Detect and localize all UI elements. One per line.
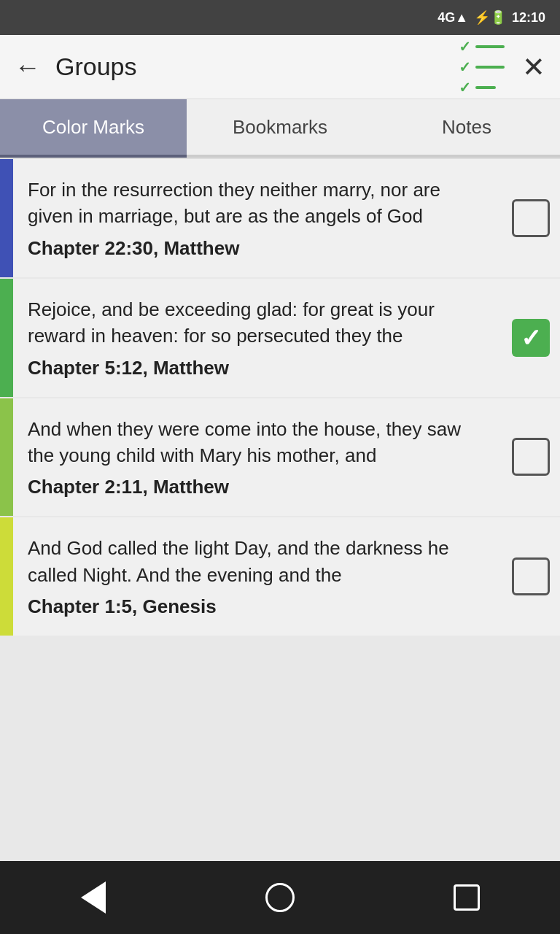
verse-ref-1: Chapter 22:30, Matthew [28,237,487,260]
verse-text-2: Rejoice, and be exceeding glad: for grea… [28,296,487,350]
check-icon-1: ✓ [459,38,471,55]
check-icon-3: ✓ [459,79,471,96]
verse-text-4: And God called the light Day, and the da… [28,535,487,588]
check-line-1 [475,45,505,48]
battery-icon: ⚡🔋 [474,9,506,26]
tab-bar: Color Marks Bookmarks Notes [0,99,560,159]
checkbox-empty-3[interactable] [512,438,550,476]
verse-item-1: For in the resurrection they neither mar… [0,159,560,277]
checkbox-checked-2[interactable]: ✓ [512,319,550,357]
verse-checkbox-4[interactable] [502,517,560,636]
tab-notes[interactable]: Notes [373,99,560,158]
nav-recents-button[interactable] [448,879,485,916]
tab-bookmarks[interactable]: Bookmarks [187,99,373,158]
verse-content-1: For in the resurrection they neither mar… [13,159,502,277]
bottom-nav [0,861,560,934]
accent-bar-2 [0,279,13,397]
verse-ref-3: Chapter 2:11, Matthew [28,476,487,498]
checklist-icon[interactable]: ✓ ✓ ✓ [459,38,505,96]
verse-checkbox-1[interactable] [502,159,560,277]
close-button[interactable]: ✕ [522,51,545,83]
check-line-2 [475,66,505,69]
verse-checkbox-2[interactable]: ✓ [502,279,560,397]
verse-checkbox-3[interactable] [502,398,560,517]
verse-text-3: And when they were come into the house, … [28,416,487,469]
status-bar: 4G▲ ⚡🔋 12:10 [0,0,560,35]
empty-space [0,637,560,861]
checkbox-empty-4[interactable] [512,557,550,595]
checkmark-icon-2: ✓ [521,325,541,350]
signal-icon: 4G▲ [438,10,468,26]
back-button[interactable]: ← [15,52,41,82]
top-bar: ← Groups ✓ ✓ ✓ ✕ [0,35,560,99]
nav-back-button[interactable] [75,879,112,916]
verse-ref-4: Chapter 1:5, Genesis [28,595,487,618]
recents-nav-icon [454,884,480,911]
verse-ref-2: Chapter 5:12, Matthew [28,357,487,379]
accent-bar-1 [0,159,13,277]
verse-item-2: Rejoice, and be exceeding glad: for grea… [0,279,560,397]
accent-bar-4 [0,517,13,636]
check-icon-2: ✓ [459,58,471,76]
back-nav-icon [81,881,106,914]
verse-content-4: And God called the light Day, and the da… [13,517,502,636]
accent-bar-3 [0,398,13,517]
content-area: For in the resurrection they neither mar… [0,159,560,861]
home-nav-icon [265,883,295,912]
page-title: Groups [55,53,459,81]
top-actions: ✓ ✓ ✓ ✕ [459,38,545,96]
verse-content-3: And when they were come into the house, … [13,398,502,517]
check-line-3 [475,86,496,89]
nav-home-button[interactable] [262,879,298,916]
status-icons: 4G▲ ⚡🔋 12:10 [438,9,545,26]
checkbox-empty-1[interactable] [512,199,550,237]
verse-item-3: And when they were come into the house, … [0,398,560,517]
verse-item-4: And God called the light Day, and the da… [0,517,560,636]
tab-color-marks[interactable]: Color Marks [0,99,187,158]
time-display: 12:10 [512,10,545,26]
verse-text-1: For in the resurrection they neither mar… [28,177,487,230]
verse-content-2: Rejoice, and be exceeding glad: for grea… [13,279,502,397]
